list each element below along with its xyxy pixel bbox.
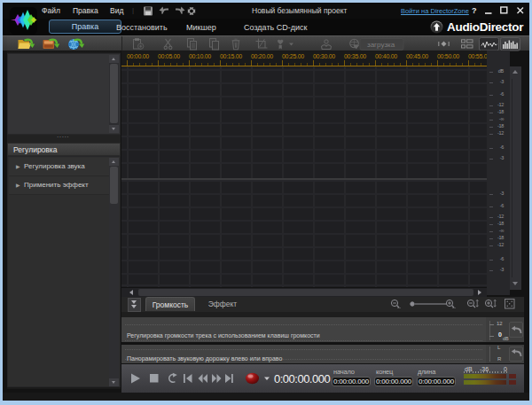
svg-text:загрузка: загрузка bbox=[367, 41, 395, 49]
